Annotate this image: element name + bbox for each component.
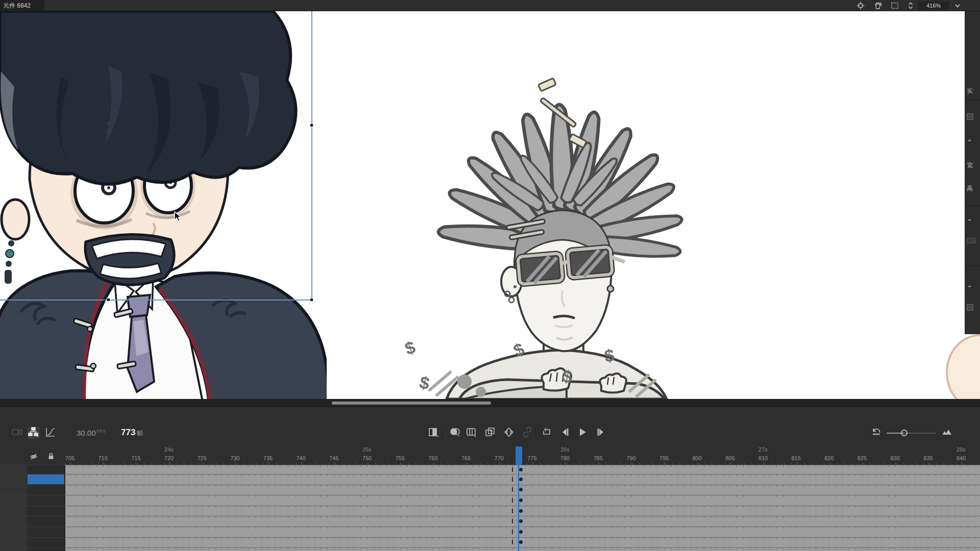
frame-end-marker[interactable] bbox=[512, 530, 513, 534]
ruler-seconds-label: 28s bbox=[957, 446, 966, 453]
fps-value: 30.00 bbox=[77, 429, 96, 437]
selected-layer-cell[interactable] bbox=[28, 474, 64, 484]
layer-row[interactable] bbox=[0, 495, 65, 506]
layer-row[interactable] bbox=[0, 516, 65, 527]
ruler-frame-label: 745 bbox=[329, 455, 338, 461]
ruler-seconds-label: 26s bbox=[560, 446, 570, 453]
onion-skin-outline-icon[interactable] bbox=[465, 427, 478, 439]
stage-canvas[interactable]: $ $ $ $ $ bbox=[0, 11, 980, 399]
ear bbox=[2, 199, 29, 239]
layer-row[interactable] bbox=[0, 485, 65, 495]
clip-content-outside-stage-icon[interactable] bbox=[891, 2, 899, 10]
symbol-edit-tab[interactable]: 元件 6842 bbox=[0, 0, 44, 11]
property-icon[interactable] bbox=[967, 113, 973, 120]
dreadlocks-boy-character[interactable]: $ $ $ $ $ bbox=[398, 51, 684, 399]
ruler-frame-label: 720 bbox=[164, 455, 174, 461]
fps-display[interactable]: 30.00FPS bbox=[77, 429, 106, 437]
eye-hidden-icon[interactable] bbox=[30, 453, 38, 461]
shocked-boy-character[interactable] bbox=[0, 11, 327, 399]
insert-frame-icon[interactable] bbox=[428, 427, 440, 439]
keyframe-dot[interactable] bbox=[519, 498, 523, 502]
svg-text:$: $ bbox=[603, 345, 616, 366]
center-stage-icon[interactable] bbox=[856, 2, 865, 10]
section-chevron-icon[interactable]: ⌄ bbox=[967, 281, 972, 289]
chevron-down-icon[interactable] bbox=[953, 2, 962, 10]
scroll-buttons-icon[interactable] bbox=[906, 2, 915, 10]
frame-view-size-icon[interactable] bbox=[941, 427, 953, 439]
ruler-frame-label: 765 bbox=[461, 455, 471, 461]
current-frame-display[interactable]: 773帧 bbox=[121, 428, 143, 438]
frame-end-marker[interactable] bbox=[512, 477, 513, 482]
keyframe-dot[interactable] bbox=[519, 478, 523, 481]
step-back-icon[interactable] bbox=[559, 427, 572, 439]
modify-markers-icon[interactable] bbox=[503, 427, 516, 439]
playhead-marker[interactable] bbox=[516, 446, 522, 465]
current-frame-value: 773 bbox=[121, 428, 135, 437]
timeline-tracks[interactable] bbox=[0, 465, 980, 551]
zoom-level-select[interactable]: 416% bbox=[918, 2, 949, 10]
keyframe-dot[interactable] bbox=[519, 468, 523, 471]
stage-scroll-strip bbox=[0, 399, 980, 407]
frame-end-marker[interactable] bbox=[512, 509, 513, 513]
frame-end-marker[interactable] bbox=[512, 519, 513, 523]
ruler-frame-label: 755 bbox=[395, 455, 404, 461]
ruler-frame-label: 715 bbox=[131, 455, 140, 461]
frame-end-marker[interactable] bbox=[512, 467, 513, 472]
hand-tool-icon[interactable] bbox=[874, 2, 882, 10]
timeline-panel: 30.00FPS 773帧 bbox=[0, 407, 980, 551]
graph-editor-icon[interactable] bbox=[45, 427, 57, 439]
play-icon[interactable] bbox=[577, 427, 589, 439]
transform-anchor-point[interactable] bbox=[102, 119, 115, 138]
ruler-frame-label: 740 bbox=[296, 455, 305, 461]
fps-unit: FPS bbox=[97, 429, 106, 434]
ruler-frame-label: 805 bbox=[725, 455, 734, 461]
keyframe-dot[interactable] bbox=[519, 530, 523, 534]
ruler-seconds-label: 25s bbox=[362, 446, 372, 453]
ruler-frame-label: 825 bbox=[857, 455, 867, 461]
timeline-track-row[interactable] bbox=[65, 547, 980, 551]
property-label: 宽 bbox=[967, 161, 973, 170]
frame-end-marker[interactable] bbox=[512, 540, 513, 544]
selection-box-right-edge bbox=[311, 11, 312, 300]
properties-panel-sliver: 实⌄宽高⌄⌄ bbox=[965, 11, 980, 334]
ruler-frame-label: 710 bbox=[98, 455, 107, 461]
onion-skin-icon[interactable] bbox=[449, 427, 461, 439]
step-forward-icon[interactable] bbox=[595, 427, 607, 439]
keyframe-dot[interactable] bbox=[519, 509, 523, 513]
loop-playback-icon[interactable] bbox=[541, 427, 553, 439]
layer-row[interactable] bbox=[0, 527, 65, 537]
timeline-ruler[interactable]: 24s25s26s27s28s7057107157207257307357407… bbox=[0, 445, 980, 465]
parenting-view-icon[interactable] bbox=[28, 427, 40, 439]
slider-knob[interactable] bbox=[901, 430, 908, 436]
section-chevron-icon[interactable]: ⌄ bbox=[967, 215, 972, 222]
playhead-line[interactable] bbox=[518, 465, 519, 551]
lock-icon[interactable] bbox=[47, 452, 55, 460]
earring bbox=[5, 240, 14, 284]
property-icon[interactable] bbox=[967, 304, 973, 311]
layer-row[interactable] bbox=[0, 506, 65, 516]
ruler-frame-label: 840 bbox=[957, 455, 966, 461]
frame-end-marker[interactable] bbox=[512, 487, 513, 492]
frame-end-marker[interactable] bbox=[512, 498, 513, 503]
layer-row[interactable] bbox=[0, 537, 65, 548]
link-icon[interactable] bbox=[522, 427, 534, 439]
ruler-frame-label: 835 bbox=[923, 455, 933, 461]
section-chevron-icon[interactable]: ⌄ bbox=[967, 135, 972, 143]
property-button[interactable] bbox=[967, 238, 976, 243]
reset-timeline-zoom-icon[interactable] bbox=[871, 427, 883, 439]
horizontal-scrollbar[interactable] bbox=[332, 402, 491, 405]
property-label: 实 bbox=[967, 87, 973, 95]
svg-text:$: $ bbox=[402, 337, 418, 359]
timeline-zoom-slider[interactable] bbox=[887, 430, 936, 437]
mouth bbox=[85, 234, 174, 285]
ruler-frame-label: 750 bbox=[362, 455, 372, 461]
camera-icon[interactable] bbox=[11, 427, 23, 439]
offstage-shape-fragment[interactable] bbox=[946, 334, 980, 399]
edit-multiple-frames-icon[interactable] bbox=[484, 427, 497, 439]
layer-row[interactable] bbox=[0, 547, 65, 551]
selection-handle-right[interactable] bbox=[310, 123, 313, 127]
selection-handle-corner[interactable] bbox=[310, 298, 313, 302]
selection-handle-bottom[interactable] bbox=[107, 298, 110, 302]
layer-row[interactable] bbox=[0, 465, 65, 474]
ruler-frame-label: 815 bbox=[791, 455, 800, 461]
